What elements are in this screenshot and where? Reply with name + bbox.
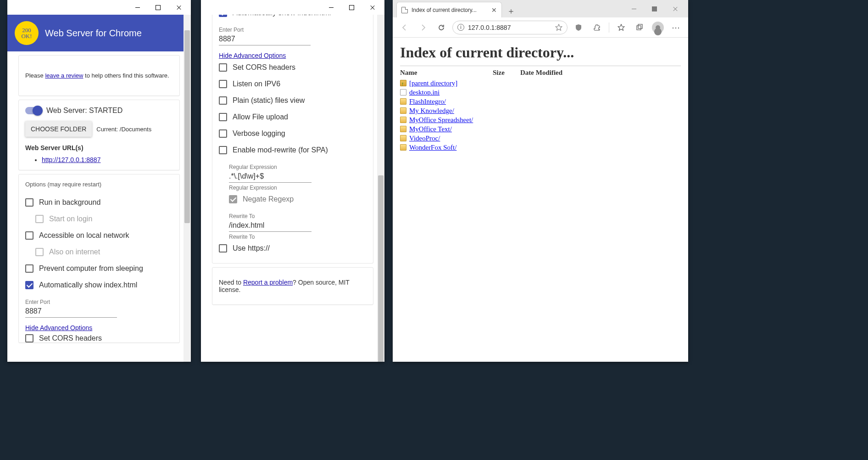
scroll-thumb[interactable] <box>378 175 384 362</box>
viewport: Automatically show index.html Enter Port… <box>201 15 384 362</box>
folder-link[interactable]: VideoProc/ <box>409 134 440 143</box>
col-name: Name <box>400 69 493 77</box>
app-title: Web Server for Chrome <box>45 28 142 39</box>
extensions-icon[interactable] <box>590 20 604 35</box>
rewrite-to-input[interactable] <box>229 219 312 232</box>
static-view-checkbox[interactable] <box>219 96 227 105</box>
auto-index-checkbox[interactable] <box>25 281 33 289</box>
svg-rect-1 <box>638 24 642 28</box>
list-item: VideoProc/ <box>400 134 681 143</box>
auto-index-checkbox[interactable] <box>219 15 227 17</box>
titlebar <box>7 0 191 15</box>
scrollbar[interactable] <box>184 15 191 362</box>
label: Plain (static) files view <box>233 96 305 105</box>
forward-button[interactable] <box>416 20 430 35</box>
choose-folder-button[interactable]: CHOOSE FOLDER <box>25 121 92 137</box>
folder-link[interactable]: FlashIntegro/ <box>409 97 446 106</box>
cors-checkbox[interactable] <box>219 63 227 72</box>
chrome-app-window-top: 200 OK! Web Server for Chrome Please lea… <box>7 0 191 362</box>
parent-directory-link[interactable]: [parent directory] <box>409 79 457 88</box>
hide-advanced-link[interactable]: Hide Advanced Options <box>219 52 286 59</box>
scroll-thumb[interactable] <box>184 30 190 223</box>
server-toggle[interactable] <box>25 107 42 114</box>
port-input[interactable] <box>219 33 311 45</box>
rewrite-to-label-top: Rewrite To <box>229 213 367 219</box>
cors-checkbox-peek[interactable] <box>25 334 33 342</box>
regex-label-top: Regular Expression <box>229 164 367 170</box>
label: Listen on IPV6 <box>233 80 280 88</box>
favorite-icon[interactable] <box>555 24 562 31</box>
close-button[interactable] <box>168 0 189 15</box>
back-button[interactable] <box>397 20 412 35</box>
prevent-sleep-checkbox[interactable] <box>25 264 33 273</box>
label: Accessible on local network <box>39 231 129 240</box>
parent-dir-icon <box>400 80 406 86</box>
port-input[interactable] <box>25 305 117 318</box>
current-folder-label: Current: /Documents <box>96 126 151 133</box>
label: Run in background <box>39 198 100 207</box>
verbose-checkbox[interactable] <box>219 129 227 138</box>
viewport: 200 OK! Web Server for Chrome Please lea… <box>7 15 191 362</box>
tab-close-icon[interactable]: ✕ <box>491 6 497 14</box>
chrome-app-window-bottom: Automatically show index.html Enter Port… <box>201 0 384 362</box>
close-button[interactable] <box>665 1 685 16</box>
label: Verbose logging <box>233 129 285 138</box>
label: Automatically show index.html <box>39 281 137 289</box>
close-button[interactable] <box>362 0 383 15</box>
browser-tab[interactable]: Index of current directory... ✕ <box>396 2 502 17</box>
folder-link[interactable]: MyOffice Text/ <box>409 124 452 134</box>
profile-button[interactable] <box>651 20 665 35</box>
favorites-icon[interactable] <box>614 20 629 35</box>
urls-heading: Web Server URL(s) <box>25 144 173 151</box>
app-header: 200 OK! Web Server for Chrome <box>7 15 191 51</box>
list-item: MyOffice Text/ <box>400 124 681 134</box>
scrollbar[interactable] <box>377 15 384 362</box>
site-info-icon[interactable]: i <box>457 24 464 31</box>
refresh-button[interactable] <box>434 20 449 35</box>
divider <box>400 66 681 66</box>
hide-advanced-link[interactable]: Hide Advanced Options <box>25 324 92 331</box>
browser-toolbar: i 127.0.0.1:8887 ⋯ <box>393 17 688 38</box>
list-item: MyOffice Spreadsheet/ <box>400 115 681 124</box>
server-url-link[interactable]: http://127.0.0.1:8887 <box>42 156 100 163</box>
report-problem-link[interactable]: Report a problem <box>243 279 293 286</box>
folder-icon <box>400 144 406 151</box>
menu-button[interactable]: ⋯ <box>669 20 684 35</box>
text: Please <box>25 72 45 79</box>
start-on-login-checkbox[interactable] <box>35 215 44 223</box>
label: Negate Regexp <box>243 195 294 203</box>
shield-icon[interactable] <box>571 20 586 35</box>
file-link[interactable]: desktop.ini <box>409 88 440 97</box>
folder-icon <box>400 107 406 114</box>
run-background-checkbox[interactable] <box>25 198 33 207</box>
address-bar[interactable]: i 127.0.0.1:8887 <box>452 21 568 34</box>
ipv6-checkbox[interactable] <box>219 80 227 88</box>
minimize-button[interactable] <box>321 0 341 15</box>
minimize-button[interactable] <box>127 0 148 15</box>
leave-review-link[interactable]: leave a review <box>45 72 83 79</box>
titlebar <box>201 0 384 15</box>
label: Also on internet <box>49 248 100 256</box>
svg-rect-0 <box>637 26 641 30</box>
also-internet-checkbox[interactable] <box>35 248 44 256</box>
rewrite-to-label-bottom: Rewrite To <box>229 234 367 240</box>
folder-link[interactable]: MyOffice Spreadsheet/ <box>409 115 473 124</box>
folder-link[interactable]: My Knowledge/ <box>409 106 454 115</box>
maximize-button[interactable] <box>644 1 665 16</box>
browser-window: Index of current directory... ✕ ＋ i 127.… <box>393 0 688 362</box>
new-tab-button[interactable]: ＋ <box>505 5 517 17</box>
https-checkbox[interactable] <box>219 244 227 252</box>
maximize-button[interactable] <box>341 0 362 15</box>
negate-regexp-checkbox[interactable] <box>229 195 237 203</box>
mod-rewrite-checkbox[interactable] <box>219 146 227 154</box>
file-upload-checkbox[interactable] <box>219 113 227 121</box>
minimize-button[interactable] <box>623 1 644 16</box>
options-heading: Options (may require restart) <box>25 181 173 188</box>
local-network-checkbox[interactable] <box>25 231 33 240</box>
maximize-button[interactable] <box>148 0 168 15</box>
label: Set CORS headers <box>39 334 102 342</box>
collections-icon[interactable] <box>632 20 647 35</box>
port-label: Enter Port <box>25 299 173 305</box>
folder-link[interactable]: WonderFox Soft/ <box>409 143 456 152</box>
regex-input[interactable] <box>229 170 312 183</box>
